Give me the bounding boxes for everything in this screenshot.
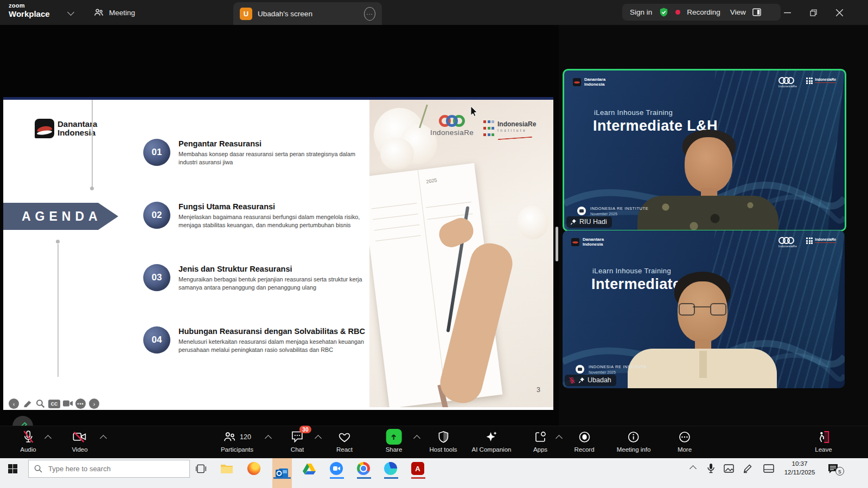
recording-dot-icon [675, 10, 680, 15]
tray-photos-icon[interactable] [720, 460, 737, 477]
tile-ring-caption: IndonesiaRe [778, 245, 797, 248]
windows-logo-icon [8, 464, 17, 473]
apps-options-chevron[interactable] [556, 435, 563, 442]
video-tile-riu-hadi[interactable]: DanantaraIndonesia IndonesiaRe Indonesia… [563, 69, 846, 232]
chrome-icon[interactable] [355, 460, 372, 477]
tab-options-ellipsis-icon[interactable]: ... [364, 7, 375, 21]
agenda-title: Pengantar Reasuransi [178, 139, 369, 148]
heart-icon [338, 431, 351, 443]
tray-pen-icon[interactable] [739, 460, 756, 477]
tab-ubadah-screen[interactable]: U Ubadah's screen ... [233, 2, 382, 25]
tile-institute-caption: IndonesiaRe [815, 78, 836, 83]
slideshow-back-button[interactable]: ‹ [9, 399, 19, 409]
taskbar-clock[interactable]: 10:37 12/11/2025 [780, 460, 819, 477]
slideshow-forward-button[interactable]: › [89, 399, 99, 409]
view-layout-icon[interactable] [752, 8, 761, 16]
agenda-number-badge: 04 [143, 326, 170, 354]
outlook-icon[interactable] [272, 458, 292, 488]
shared-screen-region: Danantara Indonesia AGENDA 01 Pengantar … [0, 25, 559, 426]
participant-video-riu-hadi [651, 130, 765, 230]
brand-l2: Indonesia [584, 82, 604, 87]
participants-button[interactable]: 120 Participants [221, 429, 253, 453]
running-indicator [273, 477, 291, 479]
ai-companion-button[interactable]: AI Companion [472, 429, 512, 453]
mouse-cursor [470, 106, 478, 117]
tab-screen-label: Ubadah's screen [258, 10, 312, 18]
file-explorer-icon[interactable] [219, 460, 235, 477]
apps-button[interactable]: Apps [533, 429, 547, 453]
clock-time: 10:37 [780, 460, 819, 468]
notification-center-button[interactable]: 5 [825, 460, 841, 477]
camera-off-icon [73, 431, 87, 443]
brand-l1: Danantara [583, 237, 604, 242]
tile-ring-caption: IndonesiaRe [778, 85, 797, 88]
slideshow-pen-button[interactable] [23, 399, 32, 408]
react-button[interactable]: React [336, 429, 353, 453]
view-button[interactable]: View [730, 8, 746, 16]
agenda-title: Fungsi Utama Reasuransi [178, 202, 369, 211]
search-input[interactable] [47, 464, 169, 473]
bg-footer-line1: INDONESIA RE INSTITUTE [589, 364, 647, 369]
slideshow-camera-button[interactable] [63, 400, 73, 407]
video-tile-ubadah[interactable]: DanantaraIndonesia IndonesiaRe Indonesia… [563, 230, 845, 388]
agenda-description: Menjelaskan bagaimana reasuransi berfung… [178, 213, 369, 229]
record-button[interactable]: Record [574, 429, 594, 453]
windows-taskbar: A 10:37 12/11/2025 5 [0, 458, 868, 488]
audio-button[interactable]: Audio [20, 429, 36, 453]
audio-options-chevron[interactable] [44, 435, 52, 442]
tray-mic-icon[interactable] [703, 460, 719, 477]
slideshow-more-button[interactable]: ••• [75, 399, 86, 409]
slideshow-cc-button[interactable]: CC [48, 400, 60, 408]
agenda-item-1: 01 Pengantar Reasuransi Membahas konsep … [143, 139, 371, 166]
chat-button[interactable]: 30 Chat [291, 429, 304, 453]
chat-options-chevron[interactable] [315, 435, 322, 442]
zoom-app-icon[interactable] [328, 460, 344, 477]
slideshow-zoom-button[interactable] [36, 399, 45, 408]
leave-button[interactable]: Leave [815, 429, 832, 453]
muted-mic-icon [569, 377, 576, 384]
more-button[interactable]: More [678, 429, 692, 453]
bg-kicker: iLearn Inhouse Training [594, 108, 673, 117]
participants-options-chevron[interactable] [265, 435, 272, 442]
host-tools-button[interactable]: Host tools [429, 429, 457, 453]
tab-meeting[interactable]: Meeting [93, 0, 135, 25]
google-drive-icon[interactable] [301, 460, 317, 477]
workspace-chevron-down-icon[interactable] [67, 9, 74, 16]
start-button[interactable] [4, 460, 21, 477]
video-button[interactable]: Video [72, 429, 87, 453]
acrobat-icon[interactable]: A [410, 460, 426, 477]
tray-expand-chevron[interactable] [685, 460, 701, 477]
restore-button[interactable] [801, 0, 826, 25]
edge-icon[interactable] [382, 460, 399, 477]
indonesiare-logo: IndonesiaRe [430, 115, 474, 137]
participant-video-ubadah [644, 272, 763, 388]
running-indicator [411, 477, 425, 479]
agenda-item-2: 02 Fungsi Utama Reasuransi Menjelaskan b… [143, 202, 371, 229]
institute-swoosh [497, 131, 533, 140]
video-options-chevron[interactable] [100, 435, 107, 442]
agenda-number-badge: 03 [143, 264, 170, 291]
firefox-icon[interactable] [246, 460, 262, 477]
taskbar-search[interactable] [28, 460, 190, 478]
sign-in-button[interactable]: Sign in [630, 8, 652, 16]
panel-scrollbar[interactable] [556, 227, 558, 261]
security-shield-icon[interactable] [659, 7, 669, 17]
indonesiare-logo-text: IndonesiaRe [430, 129, 474, 137]
more-ellipsis-icon [678, 431, 691, 444]
tray-display-icon[interactable] [761, 460, 777, 477]
slide-divider-dot2 [56, 240, 60, 243]
share-options-chevron[interactable] [413, 435, 420, 442]
task-view-button[interactable] [193, 460, 209, 477]
close-button[interactable] [827, 0, 852, 25]
pin-icon [570, 219, 577, 226]
participant-name: Ubadah [588, 376, 611, 384]
indonesiare-institute-logo: IndonesiaRe Institute [483, 120, 536, 139]
share-button[interactable]: Share [386, 429, 403, 453]
agenda-description: Menelusuri keterkaitan reasuransi dalam … [178, 338, 369, 354]
participant-name: RIU Hadi [579, 218, 607, 226]
tile-indonesiare-logo: IndonesiaRe [778, 77, 797, 88]
meeting-info-button[interactable]: Meeting info [617, 429, 651, 453]
apps-label: Apps [533, 446, 547, 453]
minimize-button[interactable] [775, 0, 800, 25]
bg-footer-cam-icon [576, 365, 584, 374]
